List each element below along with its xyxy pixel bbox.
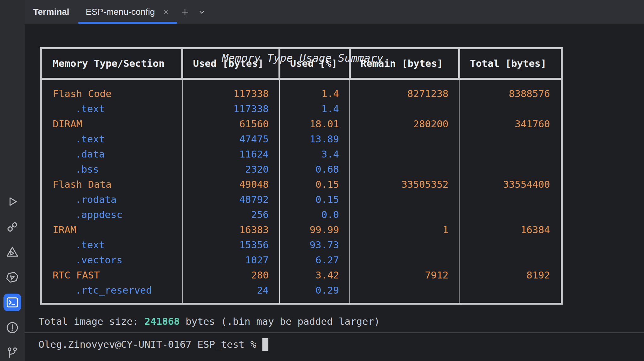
cell-total-bytes (459, 101, 561, 116)
cell-total-bytes (459, 131, 561, 146)
cell-used-bytes: 16383 (182, 222, 279, 237)
cell-remain-bytes (350, 283, 459, 298)
tool-window-title: Terminal (33, 7, 69, 17)
cell-used-pct: 0.0 (279, 207, 350, 222)
cell-used-bytes: 48792 (182, 192, 279, 207)
terminal-cursor (262, 338, 268, 351)
terminal-output-area: Memory Type Usage Summary Memory Type/Se… (25, 24, 644, 361)
cell-used-pct: 18.01 (279, 116, 350, 131)
column-header-remain-bytes: Remain [bytes] (350, 49, 459, 78)
cell-section: .rodata (42, 192, 182, 207)
cell-remain-bytes (350, 101, 459, 116)
command-block-separator (25, 332, 644, 333)
cell-section: .text (42, 101, 182, 116)
cell-remain-bytes: 8271238 (350, 86, 459, 101)
cell-used-pct: 1.4 (279, 86, 350, 101)
cell-used-bytes: 117338 (182, 101, 279, 116)
prompt-text: Oleg.Zinovyev@CY-UNIT-0167 ESP_test % (38, 339, 256, 350)
cell-used-bytes: 280 (182, 267, 279, 283)
table-row: .rodata 48792 0.15 (42, 192, 561, 207)
cell-used-pct: 6.27 (279, 252, 350, 267)
git-branch-icon[interactable] (3, 344, 21, 361)
cell-used-pct: 0.68 (279, 162, 350, 177)
cell-used-bytes: 24 (182, 283, 279, 298)
table-row: .appdesc 256 0.0 (42, 207, 561, 222)
active-tab-indicator (78, 22, 177, 24)
cell-used-bytes: 1027 (182, 252, 279, 267)
cell-section: DIRAM (42, 116, 182, 131)
tab-title: ESP-menu-config (86, 7, 155, 17)
cell-used-bytes: 2320 (182, 162, 279, 177)
table-row: IRAM 16383 99.99 1 16384 (42, 222, 561, 237)
cell-used-bytes: 49048 (182, 177, 279, 192)
cell-used-bytes: 11624 (182, 146, 279, 162)
summary-prefix: Total image size: (38, 316, 144, 327)
cell-remain-bytes: 33505352 (350, 177, 459, 192)
cell-section: Flash Code (42, 86, 182, 101)
cell-remain-bytes (350, 192, 459, 207)
new-tab-plus-icon[interactable] (181, 8, 189, 16)
cell-total-bytes (459, 283, 561, 298)
cell-total-bytes: 33554400 (459, 177, 561, 192)
memory-usage-table: Memory Type/Section Used [bytes] Used [%… (40, 47, 563, 305)
table-row: .rtc_reserved 24 0.29 (42, 283, 561, 298)
cell-used-pct: 1.4 (279, 101, 350, 116)
table-row: .vectors 1027 6.27 (42, 252, 561, 267)
cell-section: Flash Data (42, 177, 182, 192)
cell-section: .vectors (42, 252, 182, 267)
table-row: Flash Code 117338 1.4 8271238 8388576 (42, 86, 561, 101)
tab-esp-menu-config[interactable]: ESP-menu-config (78, 0, 177, 24)
column-header-total-bytes: Total [bytes] (459, 49, 561, 78)
cell-total-bytes (459, 146, 561, 162)
cell-section: .text (42, 237, 182, 252)
cell-used-pct: 93.73 (279, 237, 350, 252)
cell-used-pct: 13.89 (279, 131, 350, 146)
cell-used-pct: 99.99 (279, 222, 350, 237)
cell-remain-bytes (350, 252, 459, 267)
close-icon[interactable] (162, 9, 169, 15)
cell-used-bytes: 256 (182, 207, 279, 222)
shell-prompt-line[interactable]: Oleg.Zinovyev@CY-UNIT-0167 ESP_test % (38, 337, 268, 352)
table-row: RTC FAST 280 3.42 7912 8192 (42, 267, 561, 283)
services-hexagon-play-icon[interactable] (3, 268, 21, 286)
table-row: .text 47475 13.89 (42, 131, 561, 146)
cell-total-bytes (459, 252, 561, 267)
cell-remain-bytes (350, 207, 459, 222)
cell-remain-bytes (350, 146, 459, 162)
cell-remain-bytes (350, 237, 459, 252)
cell-section: .bss (42, 162, 182, 177)
problems-exclamation-icon[interactable] (3, 319, 21, 336)
run-play-icon[interactable] (3, 193, 21, 210)
cell-total-bytes: 8192 (459, 267, 561, 283)
tool-window-sidebar (0, 0, 25, 361)
table-row: .text 117338 1.4 (42, 101, 561, 116)
table-body: Flash Code 117338 1.4 8271238 8388576 .t… (40, 80, 563, 305)
cell-total-bytes (459, 192, 561, 207)
cell-section: .rtc_reserved (42, 283, 182, 298)
plugin-connector-icon[interactable] (3, 218, 21, 236)
cell-used-pct: 0.15 (279, 192, 350, 207)
cell-section: .text (42, 131, 182, 146)
cell-remain-bytes: 280200 (350, 116, 459, 131)
cell-used-bytes: 47475 (182, 131, 279, 146)
table-row: .data 11624 3.4 (42, 146, 561, 162)
terminal-icon[interactable] (3, 294, 21, 311)
cell-total-bytes: 8388576 (459, 86, 561, 101)
column-header-used-pct: Used [%] (279, 49, 350, 78)
cell-total-bytes (459, 162, 561, 177)
cell-remain-bytes (350, 162, 459, 177)
cell-total-bytes: 16384 (459, 222, 561, 237)
cell-used-pct: 0.29 (279, 283, 350, 298)
chevron-down-icon[interactable] (198, 9, 205, 16)
cell-used-bytes: 15356 (182, 237, 279, 252)
cell-section: IRAM (42, 222, 182, 237)
cell-remain-bytes: 7912 (350, 267, 459, 283)
profiler-triangle-icon[interactable] (3, 243, 21, 261)
cell-total-bytes: 341760 (459, 116, 561, 131)
total-size-value: 241868 (144, 316, 180, 327)
cell-used-pct: 3.4 (279, 146, 350, 162)
cell-used-pct: 3.42 (279, 267, 350, 283)
summary-suffix: bytes (.bin may be padded larger) (180, 316, 380, 327)
cell-used-pct: 0.15 (279, 177, 350, 192)
cell-section: .appdesc (42, 207, 182, 222)
